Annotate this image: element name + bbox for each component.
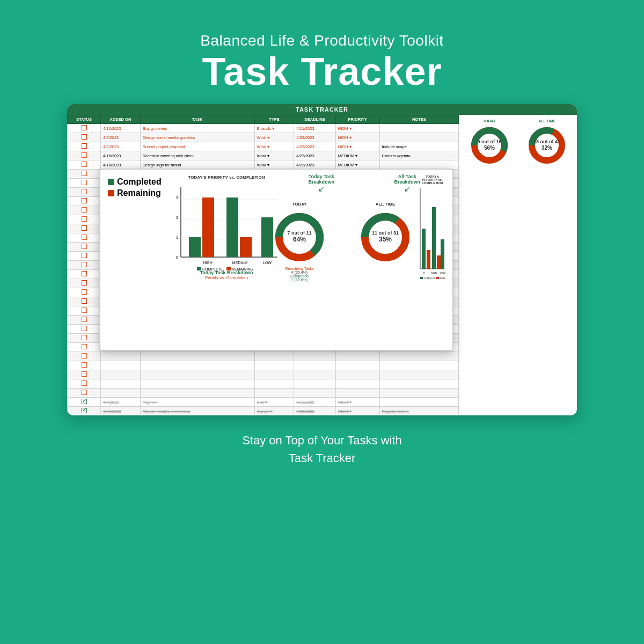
spreadsheet-container: TASK TRACKER STATUS ADDED ON TASK TYPE D… <box>67 104 577 415</box>
header-title: Task Tracker <box>200 49 443 93</box>
svg-text:MEDIUM: MEDIUM <box>232 261 248 265</box>
alltime-donut-svg: 13 out of 41 32% <box>525 124 568 167</box>
alltime-chart: ALL TIME 13 out of 41 32% <box>519 117 575 169</box>
svg-rect-38 <box>441 239 444 269</box>
svg-text:LOW: LOW <box>440 272 446 275</box>
svg-text:35%: 35% <box>379 236 392 243</box>
bar-chart-title: TODAY'S PRIORITY vs. COMPLETION <box>165 175 288 180</box>
legend-completed-label: Completed <box>117 177 162 187</box>
popup-today-svg: 7 out of 11 64% <box>270 208 329 267</box>
svg-rect-42 <box>420 277 423 279</box>
svg-text:REM: REM <box>440 277 445 280</box>
svg-text:COMPLETE: COMPLETE <box>424 277 436 280</box>
popup-today-label: TODAY <box>265 202 334 207</box>
col-notes: NOTES <box>379 115 458 124</box>
annotation-today: Today TaskBreakdown ↙ <box>308 174 334 193</box>
svg-rect-36 <box>432 207 436 269</box>
bar-medium-remaining <box>240 237 252 257</box>
svg-text:13 out of 41: 13 out of 41 <box>533 139 560 144</box>
footer-line1: Stay on Top of Your Tasks with <box>242 431 402 449</box>
popup-overlay: Completed Remaining TODAY'S PRIORITY vs.… <box>99 169 453 351</box>
priority-bar-svg: H MED LOW COMPLETE REM <box>418 186 447 282</box>
header-subtitle: Balanced Life & Productivity Toolkit <box>200 32 443 49</box>
annotation-alltime: All TaskBreakdown ↙ <box>394 174 420 193</box>
svg-text:2: 2 <box>176 216 178 219</box>
popup-alltime-label: ALL TIME <box>350 202 420 207</box>
col-priority: PRIORITY <box>335 115 379 124</box>
bar-high-remaining <box>202 197 214 257</box>
svg-text:3: 3 <box>176 196 178 200</box>
popup-today-donut: TODAY 7 out of 11 64% Remaining Tasks 4 … <box>265 202 334 282</box>
svg-text:56%: 56% <box>484 145 495 151</box>
popup-alltime-svg: 11 out of 31 35% <box>356 208 415 267</box>
today-chart: TODAY 9 out of 16 56% <box>462 117 517 169</box>
svg-text:9 out of 16: 9 out of 16 <box>477 139 501 144</box>
col-type: TYPE <box>254 115 294 124</box>
charts-section: TODAY 9 out of 16 56% ALL TIME <box>459 115 577 414</box>
popup-alltime-donut: ALL TIME 11 out of 31 35% <box>350 202 420 269</box>
footer-text: Stay on Top of Your Tasks with Task Trac… <box>242 431 402 467</box>
popup-priority-bars: TODAY's PRIORITY vs. COMPLETION H MED LO… <box>418 175 447 284</box>
page-header: Balanced Life & Productivity Toolkit Tas… <box>200 0 443 104</box>
legend-remaining-label: Remaining <box>117 188 161 198</box>
svg-text:MED: MED <box>431 272 437 275</box>
svg-text:1: 1 <box>176 236 178 239</box>
col-status: STATUS <box>68 115 101 124</box>
svg-rect-35 <box>427 250 430 269</box>
svg-text:32%: 32% <box>541 145 552 151</box>
svg-text:0: 0 <box>176 255 178 259</box>
svg-rect-37 <box>437 255 441 269</box>
legend-remaining-dot <box>108 190 114 196</box>
svg-rect-44 <box>436 277 439 279</box>
sheet-title-bar: TASK TRACKER <box>67 104 577 115</box>
svg-text:64%: 64% <box>293 236 306 243</box>
legend-remaining: Remaining <box>108 188 162 198</box>
legend-completed: Completed <box>108 177 162 187</box>
svg-text:7 out of 11: 7 out of 11 <box>287 230 311 236</box>
svg-rect-34 <box>422 229 426 269</box>
svg-text:11 out of 31: 11 out of 31 <box>372 230 399 236</box>
chart-row-top: TODAY 9 out of 16 56% ALL TIME <box>462 117 575 169</box>
alltime-chart-label: ALL TIME <box>522 119 573 123</box>
bar-high-completed <box>189 237 201 257</box>
legend-completed-dot <box>108 179 114 185</box>
footer-line2: Task Tracker <box>242 449 402 467</box>
col-deadline: DEADLINE <box>294 115 336 124</box>
svg-text:H: H <box>423 272 425 275</box>
popup-legend: Completed Remaining <box>108 177 162 200</box>
bar-medium-completed <box>226 197 238 257</box>
today-donut-svg: 9 out of 16 56% <box>468 124 511 167</box>
svg-text:HIGH: HIGH <box>203 261 213 265</box>
col-task: TASK <box>140 115 254 124</box>
col-added: ADDED ON <box>101 115 141 124</box>
today-chart-label: TODAY <box>464 119 515 123</box>
